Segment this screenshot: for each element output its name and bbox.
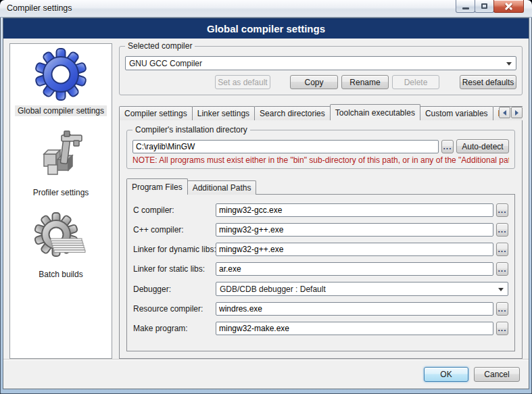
- browse-c-compiler-button[interactable]: ...: [496, 203, 508, 217]
- auto-detect-button[interactable]: Auto-detect: [456, 139, 509, 153]
- installation-directory-input[interactable]: [132, 140, 439, 153]
- browse-dynamic-linker-button[interactable]: ...: [496, 243, 508, 256]
- arrow-right-icon: [515, 110, 518, 116]
- field-label: Linker for static libs:: [133, 264, 216, 274]
- selected-compiler-group: Selected compiler GNU GCC Compiler Set a…: [119, 46, 523, 95]
- field-label: Debugger:: [133, 285, 216, 294]
- settings-category-sidebar: Global compiler settings: [9, 43, 112, 359]
- browse-make-program-button[interactable]: ...: [496, 322, 508, 335]
- field-label: C++ compiler:: [133, 225, 216, 235]
- debugger-select-value: GDB/CDB debugger : Default: [220, 285, 326, 294]
- delete-button[interactable]: Delete: [392, 75, 439, 89]
- reset-defaults-button[interactable]: Reset defaults: [460, 75, 516, 89]
- tab-linker-settings[interactable]: Linker settings: [192, 106, 255, 120]
- dialog-client-area: Global compiler settings: [3, 18, 529, 389]
- minimize-icon: [462, 7, 469, 9]
- debugger-select[interactable]: GDB/CDB debugger : Default: [216, 282, 508, 296]
- sidebar-item-label: Global compiler settings: [15, 105, 107, 116]
- resource-compiler-input[interactable]: [216, 302, 493, 316]
- arrow-left-icon: [503, 110, 506, 116]
- chevron-down-icon: [498, 288, 504, 291]
- make-program-input[interactable]: [216, 322, 493, 335]
- tab-toolchain-executables[interactable]: Toolchain executables: [330, 104, 420, 120]
- field-label: Make program:: [133, 324, 216, 333]
- field-row-static-linker: Linker for static libs: ...: [133, 262, 508, 276]
- installation-note: NOTE: All programs must exist either in …: [132, 155, 509, 165]
- field-row-debugger: Debugger: GDB/CDB debugger : Default: [133, 282, 508, 296]
- field-label: Linker for dynamic libs:: [133, 245, 216, 254]
- cpp-compiler-input[interactable]: [216, 223, 493, 237]
- titlebar[interactable]: Compiler settings: [0, 0, 532, 18]
- static-linker-input[interactable]: [216, 262, 493, 276]
- dynamic-linker-input[interactable]: [216, 243, 493, 256]
- installation-directory-row: ... Auto-detect: [132, 139, 509, 153]
- page-title: Global compiler settings: [3, 18, 529, 39]
- browse-directory-button[interactable]: ...: [441, 140, 454, 153]
- program-files-page: C compiler: ... C++ compiler: ... Linker…: [126, 194, 515, 351]
- field-row-cpp-compiler: C++ compiler: ...: [133, 223, 508, 237]
- rename-button[interactable]: Rename: [341, 75, 389, 89]
- blue-gear-icon: [34, 48, 87, 101]
- field-row-resource-compiler: Resource compiler: ...: [133, 302, 508, 316]
- browse-static-linker-button[interactable]: ...: [496, 262, 508, 276]
- browse-cpp-compiler-button[interactable]: ...: [496, 223, 508, 237]
- maximize-icon: [481, 3, 487, 9]
- field-label: C compiler:: [133, 205, 216, 215]
- program-paths-tabs: Program Files Additional Paths: [126, 178, 515, 195]
- c-compiler-input[interactable]: [216, 203, 493, 217]
- sidebar-item-batch-builds[interactable]: Batch builds: [34, 212, 87, 280]
- minimize-button[interactable]: [456, 0, 475, 13]
- tab-scroll-left-button[interactable]: [499, 107, 510, 118]
- cancel-button[interactable]: Cancel: [474, 367, 520, 382]
- tab-additional-paths[interactable]: Additional Paths: [187, 180, 257, 195]
- sidebar-item-label: Profiler settings: [30, 187, 92, 198]
- installation-directory-group-label: Compiler's installation directory: [132, 125, 250, 134]
- set-as-default-button[interactable]: Set as default: [215, 75, 270, 89]
- settings-panel: Selected compiler GNU GCC Compiler Set a…: [119, 43, 523, 359]
- tab-custom-variables[interactable]: Custom variables: [420, 106, 493, 120]
- copy-button[interactable]: Copy: [290, 75, 338, 89]
- tab-scroll-buttons: [499, 107, 523, 118]
- sidebar-item-profiler-settings[interactable]: Profiler settings: [30, 130, 92, 198]
- dialog-footer: OK Cancel: [3, 359, 529, 389]
- window-controls: [456, 0, 524, 13]
- compiler-tabs: Compiler settings Linker settings Search…: [119, 104, 523, 120]
- field-row-make-program: Make program: ...: [133, 322, 508, 335]
- close-icon: [504, 3, 513, 10]
- main-area: Global compiler settings: [3, 39, 529, 359]
- installation-directory-group: Compiler's installation directory ... Au…: [126, 130, 515, 169]
- caliper-cubes-icon: [34, 130, 87, 182]
- tab-search-directories[interactable]: Search directories: [254, 106, 331, 120]
- tab-scroll-right-button[interactable]: [511, 107, 523, 118]
- field-row-dynamic-linker: Linker for dynamic libs: ...: [133, 243, 508, 256]
- tab-program-files[interactable]: Program Files: [126, 178, 188, 195]
- field-row-c-compiler: C compiler: ...: [133, 203, 508, 217]
- tab-compiler-settings[interactable]: Compiler settings: [119, 106, 193, 120]
- gray-gear-stack-icon: [34, 212, 87, 264]
- compiler-select[interactable]: GNU GCC Compiler: [125, 56, 516, 70]
- compiler-actions-row: Set as default Copy Rename Delete Reset …: [125, 75, 516, 89]
- ok-button[interactable]: OK: [424, 367, 468, 382]
- field-label: Resource compiler:: [133, 304, 216, 314]
- maximize-button[interactable]: [475, 0, 494, 13]
- toolchain-executables-page: Compiler's installation directory ... Au…: [119, 120, 523, 359]
- compiler-select-value: GNU GCC Compiler: [129, 59, 202, 68]
- sidebar-item-global-compiler-settings[interactable]: Global compiler settings: [15, 48, 107, 116]
- selected-compiler-group-label: Selected compiler: [125, 41, 195, 51]
- browse-resource-compiler-button[interactable]: ...: [496, 302, 508, 316]
- chevron-down-icon: [506, 62, 512, 66]
- sidebar-item-label: Batch builds: [36, 269, 85, 280]
- close-button[interactable]: [493, 0, 524, 13]
- window-title: Compiler settings: [7, 0, 72, 17]
- compiler-settings-dialog: Compiler settings Global compiler settin…: [0, 0, 532, 394]
